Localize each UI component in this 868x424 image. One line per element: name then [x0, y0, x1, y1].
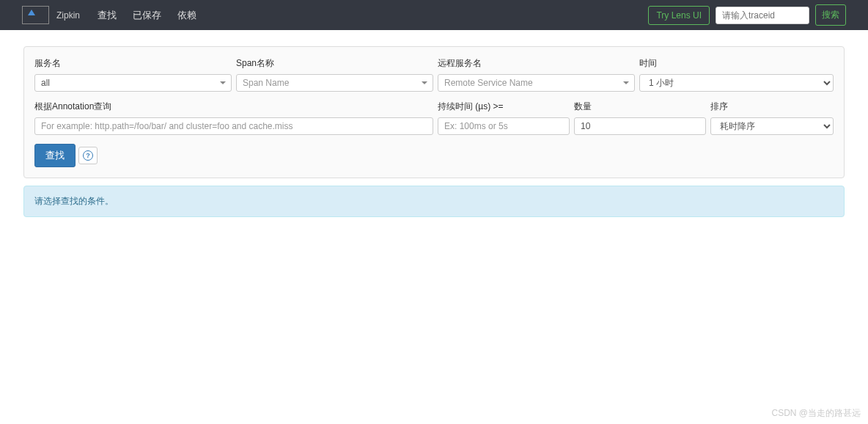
form-row-2: 根据Annotation查询 持续时间 (µs) >= 数量 排序 耗时降序 — [34, 100, 834, 135]
duration-group: 持续时间 (µs) >= — [438, 100, 570, 135]
remote-service-dropdown[interactable]: Remote Service Name — [438, 74, 635, 92]
main-container: 服务名 all Span名称 Span Name 远程服务名 — [0, 30, 868, 233]
sort-group: 排序 耗时降序 — [710, 100, 834, 135]
search-panel: 服务名 all Span名称 Span Name 远程服务名 — [23, 46, 845, 178]
remote-service-group: 远程服务名 Remote Service Name — [438, 57, 635, 92]
brand-name[interactable]: Zipkin — [56, 10, 80, 21]
time-select[interactable]: 1 小时 — [639, 74, 834, 92]
logo-icon — [28, 10, 35, 15]
chevron-down-icon — [623, 81, 629, 84]
time-label: 时间 — [639, 57, 834, 70]
logo-box[interactable] — [22, 6, 49, 24]
question-icon: ? — [83, 150, 93, 161]
limit-group: 数量 — [574, 100, 706, 135]
navbar-right: Try Lens UI 搜索 — [648, 4, 846, 26]
duration-label: 持续时间 (µs) >= — [438, 100, 570, 113]
span-name-placeholder: Span Name — [243, 78, 289, 88]
remote-service-label: 远程服务名 — [438, 57, 635, 70]
sort-label: 排序 — [710, 100, 834, 113]
navbar-left: Zipkin 查找 已保存 依赖 — [22, 6, 201, 24]
sort-select[interactable]: 耗时降序 — [710, 117, 834, 135]
try-lens-button[interactable]: Try Lens UI — [648, 6, 710, 25]
span-name-group: Span名称 Span Name — [236, 57, 433, 92]
find-button[interactable]: 查找 — [34, 144, 76, 167]
action-row: 查找 ? — [34, 144, 834, 167]
limit-label: 数量 — [574, 100, 706, 113]
annotation-group: 根据Annotation查询 — [34, 100, 433, 135]
navbar: Zipkin 查找 已保存 依赖 Try Lens UI 搜索 — [0, 0, 868, 30]
annotation-label: 根据Annotation查询 — [34, 100, 433, 113]
help-button[interactable]: ? — [78, 147, 98, 164]
form-row-1: 服务名 all Span名称 Span Name 远程服务名 — [34, 57, 834, 92]
service-name-group: 服务名 all — [34, 57, 232, 92]
traceid-input[interactable] — [716, 7, 809, 24]
chevron-down-icon — [220, 81, 226, 84]
nav-link-saved[interactable]: 已保存 — [128, 9, 166, 22]
time-group: 时间 1 小时 — [639, 57, 834, 92]
remote-service-placeholder: Remote Service Name — [444, 78, 533, 88]
limit-input[interactable] — [574, 117, 706, 135]
span-name-dropdown[interactable]: Span Name — [236, 74, 433, 92]
info-alert: 请选择查找的条件。 — [23, 186, 845, 217]
nav-search-button[interactable]: 搜索 — [815, 4, 846, 26]
nav-link-dependencies[interactable]: 依赖 — [173, 9, 201, 22]
service-name-label: 服务名 — [34, 57, 232, 70]
chevron-down-icon — [422, 81, 427, 84]
nav-link-find[interactable]: 查找 — [93, 9, 121, 22]
duration-input[interactable] — [438, 117, 570, 135]
span-name-label: Span名称 — [236, 57, 433, 70]
service-name-dropdown[interactable]: all — [34, 74, 232, 92]
service-name-value: all — [41, 78, 50, 88]
annotation-input[interactable] — [34, 117, 433, 135]
